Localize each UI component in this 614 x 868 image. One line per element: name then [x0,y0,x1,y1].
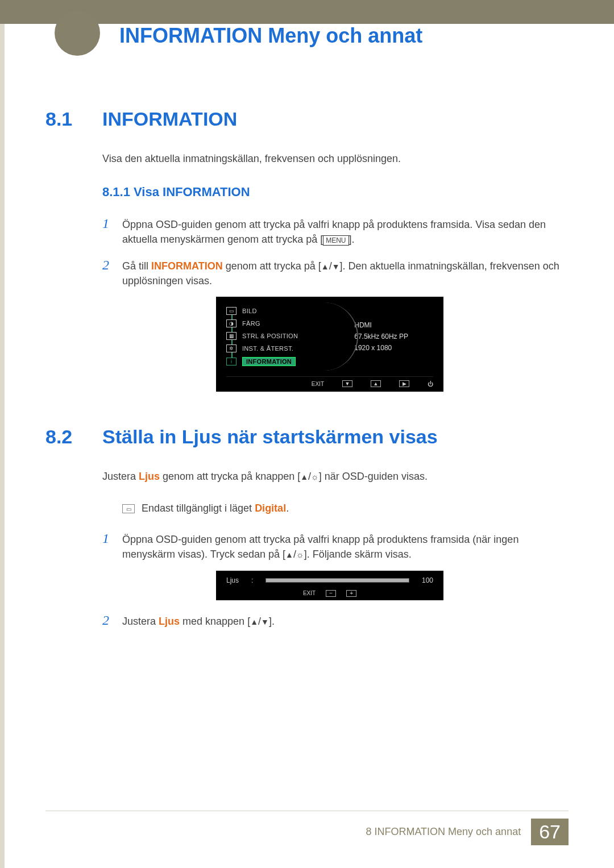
osd-ljus-label: Ljus [226,576,239,584]
osd-footer: EXIT ▼ ▲ ▶ ⏻ [226,376,433,387]
highlight: Digital [255,502,286,514]
step-number: 1 [102,214,122,234]
minus-button-icon: − [326,590,336,597]
button-up-down-icon: ▲/▼ [321,260,340,272]
section-8-2-header: 8.2 Ställa in Ljus när startskärmen visa… [45,426,569,448]
footer-page-number: 67 [531,819,569,845]
chapter-circle [55,10,100,56]
osd-info-source: HDMI [354,321,433,329]
note-text: Endast tillgängligt i läget Digital. [142,502,289,514]
osd-ljus-bar-fill [266,579,409,582]
osd-item-label: INFORMATION [242,357,296,366]
step-8-2-1: 1 Öppna OSD-guiden genom att trycka på v… [102,529,569,562]
page-footer: 8 INFORMATION Meny och annat 67 [366,819,569,845]
note-a: Endast tillgängligt i läget [142,502,255,514]
osd-info-freq: 67.5kHz 60Hz PP [354,333,433,340]
step-number: 1 [102,529,122,549]
button-up-brightness-icon: ▲/☼ [285,549,304,560]
footer-chapter: 8 INFORMATION Meny och annat [366,826,521,838]
step-text: Gå till INFORMATION genom att trycka på … [122,259,569,288]
page-content: 8.1 INFORMATION Visa den aktuella inmatn… [45,108,569,638]
play-button-icon: ▶ [399,380,409,387]
section-number: 8.1 [45,108,102,130]
page-title: INFORMATION Meny och annat [119,24,422,48]
power-icon: ⏻ [428,381,433,387]
section-title: INFORMATION [102,108,237,130]
down-button-icon: ▼ [342,380,352,387]
note-b: . [286,502,289,514]
picture-icon: ▭ [226,307,237,315]
osd-info-panel: HDMI 67.5kHz 60Hz PP 1920 x 1080 [350,305,433,368]
osd-exit-label: EXIT [312,381,324,387]
osd-screenshot-information: ▭ BILD ◑ FÄRG ▦ STRL & POSITION ✲ INST. … [216,297,443,392]
highlight: Ljus [139,471,160,482]
button-up-brightness-icon: ▲/☼ [300,471,319,482]
plus-button-icon: + [346,590,356,597]
osd-ljus-value: 100 [422,576,433,584]
subsection-8-1-1-title: 8.1.1 Visa INFORMATION [102,185,569,200]
intro-a: Justera [102,471,139,482]
step-text-b: ]. [349,234,355,245]
note-icon: ▭ [122,504,135,513]
osd-item-label: INST. & ÅTERST. [242,345,293,352]
step-8-1-1-2: 2 Gå till INFORMATION genom att trycka p… [102,255,569,288]
settings-icon: ✲ [226,344,237,352]
button-up-down-icon: ▲/▼ [250,616,269,627]
step-text-a: Justera [122,616,159,627]
step-text: Öppna OSD-guiden genom att trycka på val… [122,217,569,247]
step-text-a: Gå till [122,260,151,272]
side-stripe [0,24,5,868]
step-text-b: med knappen [ [180,616,250,627]
osd-item-label: BILD [242,308,257,314]
step-text: Öppna OSD-guiden genom att trycka på val… [122,532,569,562]
osd-item-label: STRL & POSITION [242,333,298,339]
osd-colon: : [251,576,253,584]
section-8-1-header: 8.1 INFORMATION [45,108,569,130]
color-icon: ◑ [226,319,237,327]
step-number: 2 [102,255,122,275]
step-8-2-2: 2 Justera Ljus med knappen [▲/▼]. [102,610,569,630]
info-icon: i [226,358,237,366]
intro-c: ] när OSD-guiden visas. [319,471,428,482]
size-icon: ▦ [226,332,237,340]
step-8-1-1-1: 1 Öppna OSD-guiden genom att trycka på v… [102,214,569,247]
highlight: Ljus [159,616,180,627]
up-button-icon: ▲ [371,380,381,387]
intro-b: genom att trycka på knappen [ [160,471,300,482]
osd-screenshot-ljus: Ljus : 100 EXIT − + [216,571,443,600]
note-digital-only: ▭ Endast tillgängligt i läget Digital. [122,502,569,514]
step-text: Justera Ljus med knappen [▲/▼]. [122,614,275,629]
osd-exit-label: EXIT [303,590,316,596]
section-8-2-intro: Justera Ljus genom att trycka på knappen… [102,471,569,483]
step-text-c: ]. [269,616,275,627]
section-title: Ställa in Ljus när startskärmen visas [102,426,438,448]
step-text-b: ]. Följande skärm visas. [304,549,412,560]
section-8-1-intro: Visa den aktuella inmatningskällan, frek… [102,153,569,165]
step-number: 2 [102,610,122,630]
highlight: INFORMATION [151,260,223,272]
osd-item-label: FÄRG [242,320,260,327]
footer-rule [45,811,569,811]
menu-label: MENU [323,235,349,246]
section-number: 8.2 [45,426,102,448]
osd-ljus-footer: EXIT − + [226,590,433,597]
osd-info-res: 1920 x 1080 [354,344,433,352]
osd-ljus-bar [265,578,409,583]
step-text-b: genom att trycka på [ [223,260,321,272]
